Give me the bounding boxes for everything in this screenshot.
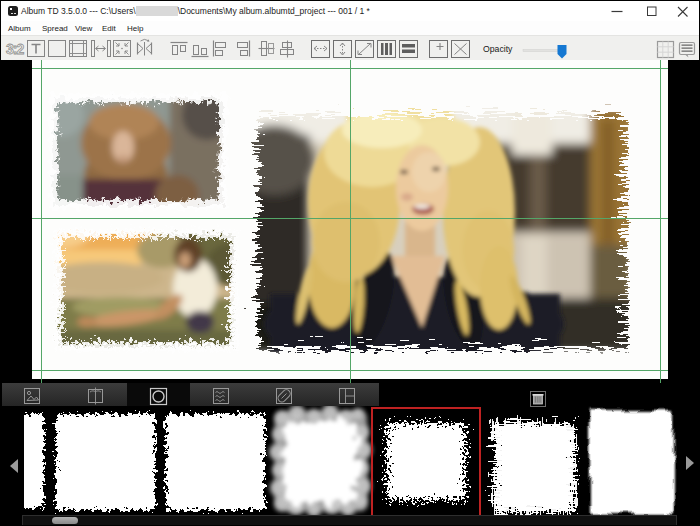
svg-text:Opacity: Opacity (483, 44, 513, 54)
svg-text:3:2: 3:2 (6, 41, 24, 57)
